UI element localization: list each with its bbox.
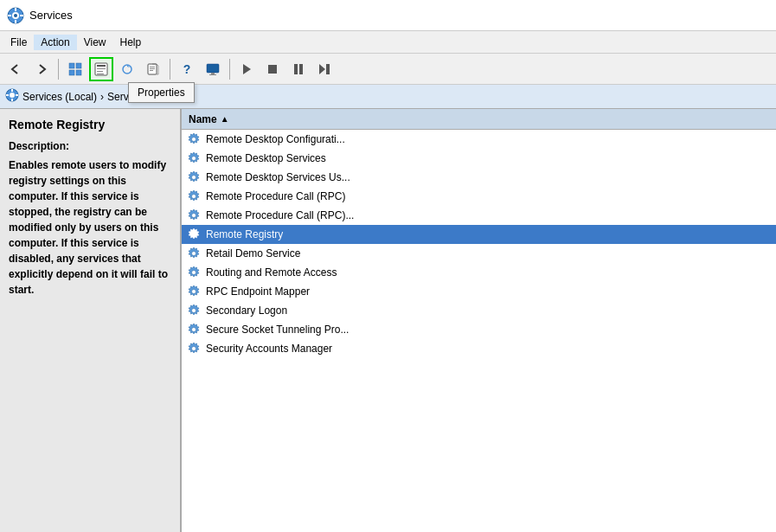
list-item[interactable]: RPC Endpoint Mapper xyxy=(182,282,776,301)
svg-rect-25 xyxy=(268,65,277,74)
gear-icon xyxy=(187,266,201,279)
breadcrumb-icon xyxy=(5,88,19,105)
service-name: Retail Demo Service xyxy=(206,247,300,260)
list-item[interactable]: Remote Desktop Services xyxy=(182,149,776,168)
svg-marker-24 xyxy=(243,64,251,74)
svg-rect-32 xyxy=(11,89,13,92)
svg-rect-12 xyxy=(97,65,106,67)
svg-point-51 xyxy=(192,271,196,275)
toolbar-separator-3 xyxy=(229,59,230,80)
svg-rect-27 xyxy=(299,64,303,74)
svg-rect-29 xyxy=(326,64,330,74)
svg-rect-5 xyxy=(8,15,11,16)
svg-point-2 xyxy=(14,14,17,17)
svg-point-57 xyxy=(192,328,196,332)
svg-rect-18 xyxy=(150,67,155,67)
service-name: RPC Endpoint Mapper xyxy=(206,285,310,298)
play-button[interactable] xyxy=(234,57,259,81)
svg-point-31 xyxy=(10,93,15,98)
service-name: Remote Procedure Call (RPC) xyxy=(206,190,345,202)
toolbar-separator-2 xyxy=(170,59,170,80)
svg-point-53 xyxy=(192,290,196,294)
gear-icon xyxy=(187,228,201,241)
svg-rect-33 xyxy=(11,99,13,101)
service-name: Remote Registry xyxy=(206,228,283,240)
sort-arrow: ▲ xyxy=(221,114,229,124)
service-title: Remote Registry xyxy=(9,118,171,131)
menu-help[interactable]: Help xyxy=(113,35,149,50)
menu-action[interactable]: Action xyxy=(34,35,76,50)
list-item[interactable]: Secure Socket Tunneling Pro... xyxy=(182,320,776,339)
gear-icon xyxy=(187,208,201,222)
svg-point-45 xyxy=(192,214,196,218)
breadcrumb-path: Services (Local) xyxy=(22,91,97,103)
connect-button[interactable] xyxy=(201,57,225,81)
column-header-name: Name ▲ xyxy=(182,109,776,130)
svg-rect-35 xyxy=(16,94,18,96)
svg-rect-10 xyxy=(76,70,81,75)
svg-rect-34 xyxy=(6,94,9,96)
menu-bar: File Action View Help xyxy=(0,31,776,54)
svg-rect-8 xyxy=(76,63,81,68)
svg-rect-9 xyxy=(69,70,74,75)
svg-rect-6 xyxy=(20,15,23,16)
export-button[interactable] xyxy=(141,57,165,81)
properties-tooltip: Properties xyxy=(128,82,195,103)
gear-icon xyxy=(187,170,201,184)
svg-point-47 xyxy=(192,233,196,237)
gear-icon xyxy=(187,323,201,337)
toolbar-separator-1 xyxy=(58,59,59,80)
svg-rect-3 xyxy=(15,8,16,11)
description-label: Description: xyxy=(9,140,171,152)
list-item[interactable]: Retail Demo Service xyxy=(182,244,776,263)
main-area: Remote Registry Description: Enables rem… xyxy=(0,109,776,532)
resume-button[interactable] xyxy=(312,57,337,81)
title-bar: Services xyxy=(0,0,776,31)
service-name: Routing and Remote Access xyxy=(206,266,337,279)
svg-point-39 xyxy=(192,157,196,161)
list-item[interactable]: Remote Desktop Configurati... xyxy=(182,130,776,149)
gear-icon xyxy=(187,342,201,356)
up-button[interactable] xyxy=(63,57,87,81)
service-list: Remote Desktop Configurati... Remote Des… xyxy=(182,130,776,358)
gear-icon xyxy=(187,247,201,260)
list-item[interactable]: Remote Desktop Services Us... xyxy=(182,168,776,187)
description-text: Enables remote users to modify registry … xyxy=(9,157,171,298)
svg-point-37 xyxy=(192,138,196,142)
service-name: Remote Desktop Configurati... xyxy=(206,133,345,145)
stop-button[interactable] xyxy=(260,57,285,81)
right-panel: Name ▲ Remote Desktop Configurati... Rem… xyxy=(182,109,776,532)
svg-point-49 xyxy=(192,252,196,256)
svg-point-59 xyxy=(192,347,196,351)
service-name: Secure Socket Tunneling Pro... xyxy=(206,324,349,336)
svg-point-55 xyxy=(192,309,196,313)
list-item[interactable]: Security Accounts Manager xyxy=(182,339,776,358)
gear-icon xyxy=(187,151,201,165)
help-button[interactable]: ? xyxy=(175,57,199,81)
gear-icon xyxy=(187,132,201,146)
menu-file[interactable]: File xyxy=(3,35,34,50)
svg-rect-13 xyxy=(97,68,106,69)
pause-button[interactable] xyxy=(286,57,311,81)
svg-rect-14 xyxy=(97,71,103,72)
svg-rect-26 xyxy=(294,64,298,74)
title-bar-text: Services xyxy=(29,9,73,22)
svg-rect-21 xyxy=(207,64,219,73)
svg-rect-22 xyxy=(211,73,215,74)
properties-button[interactable] xyxy=(89,57,113,81)
list-item[interactable]: Routing and Remote Access xyxy=(182,263,776,282)
service-name: Security Accounts Manager xyxy=(206,343,332,355)
menu-view[interactable]: View xyxy=(77,35,113,50)
list-item[interactable]: Secondary Logon xyxy=(182,301,776,320)
back-button[interactable] xyxy=(3,57,28,81)
list-item[interactable]: Remote Registry xyxy=(182,225,776,244)
list-item[interactable]: Remote Procedure Call (RPC) xyxy=(182,187,776,206)
svg-marker-28 xyxy=(319,64,325,74)
breadcrumb-bar: Services (Local) › Services (Local) xyxy=(0,85,776,109)
forward-button[interactable] xyxy=(29,57,54,81)
service-name: Remote Desktop Services Us... xyxy=(206,171,350,183)
refresh-button[interactable] xyxy=(115,57,139,81)
svg-point-41 xyxy=(192,176,196,180)
list-item[interactable]: Remote Procedure Call (RPC)... xyxy=(182,206,776,225)
svg-point-43 xyxy=(192,195,196,199)
